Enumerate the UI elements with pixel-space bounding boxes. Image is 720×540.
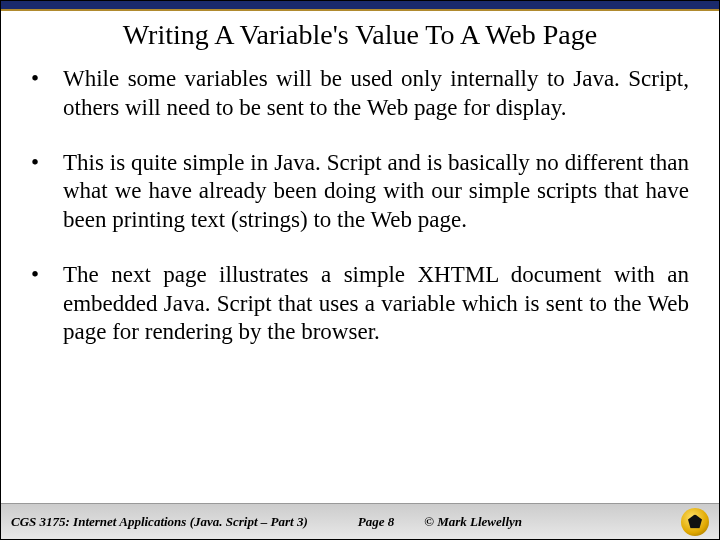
- ucf-logo-icon: [681, 508, 709, 536]
- slide-title: Writing A Variable's Value To A Web Page: [1, 11, 719, 65]
- bullet-text: While some variables will be used only i…: [63, 65, 689, 123]
- bullet-text: This is quite simple in Java. Script and…: [63, 149, 689, 235]
- bullet-marker: •: [31, 65, 63, 123]
- footer-bar: CGS 3175: Internet Applications (Java. S…: [1, 503, 719, 539]
- bullet-text: The next page illustrates a simple XHTML…: [63, 261, 689, 347]
- bullet-item: • The next page illustrates a simple XHT…: [31, 261, 689, 347]
- bullet-item: • This is quite simple in Java. Script a…: [31, 149, 689, 235]
- footer-author: © Mark Llewellyn: [424, 514, 522, 530]
- bullet-marker: •: [31, 261, 63, 347]
- footer-page: Page 8: [358, 514, 394, 530]
- footer-course: CGS 3175: Internet Applications (Java. S…: [11, 514, 308, 530]
- bullet-item: • While some variables will be used only…: [31, 65, 689, 123]
- content-area: • While some variables will be used only…: [1, 65, 719, 503]
- top-accent-bar: [1, 1, 719, 11]
- slide: Writing A Variable's Value To A Web Page…: [0, 0, 720, 540]
- bullet-marker: •: [31, 149, 63, 235]
